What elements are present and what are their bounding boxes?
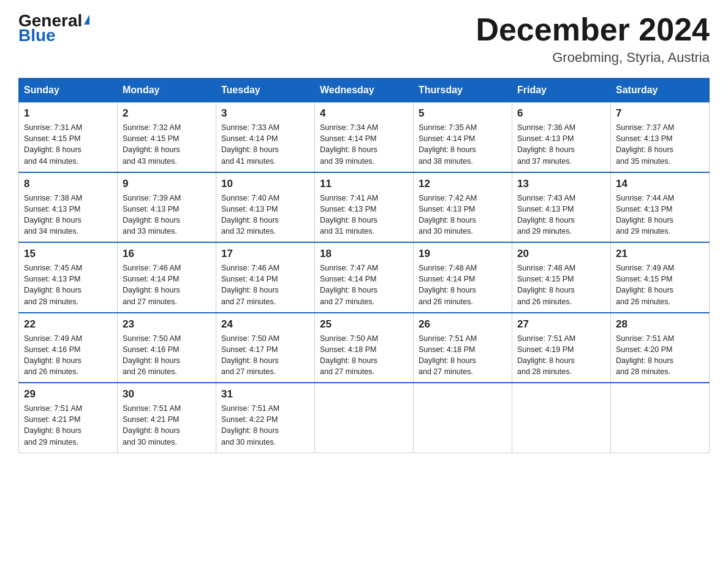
day-info: Sunrise: 7:35 AMSunset: 4:14 PMDaylight:… xyxy=(419,122,507,167)
day-number: 18 xyxy=(320,248,408,260)
day-info: Sunrise: 7:50 AMSunset: 4:18 PMDaylight:… xyxy=(320,333,408,378)
day-cell-7: 7Sunrise: 7:37 AMSunset: 4:13 PMDaylight… xyxy=(611,102,710,172)
day-info: Sunrise: 7:51 AMSunset: 4:22 PMDaylight:… xyxy=(221,403,309,448)
day-cell-13: 13Sunrise: 7:43 AMSunset: 4:13 PMDayligh… xyxy=(512,172,611,243)
day-cell-21: 21Sunrise: 7:49 AMSunset: 4:15 PMDayligh… xyxy=(611,242,710,313)
day-cell-29: 29Sunrise: 7:51 AMSunset: 4:21 PMDayligh… xyxy=(19,383,118,453)
day-number: 2 xyxy=(123,107,211,120)
week-row-2: 8Sunrise: 7:38 AMSunset: 4:13 PMDaylight… xyxy=(19,172,710,243)
day-cell-2: 2Sunrise: 7:32 AMSunset: 4:15 PMDaylight… xyxy=(118,102,216,172)
day-info: Sunrise: 7:42 AMSunset: 4:13 PMDaylight:… xyxy=(419,193,507,237)
week-row-5: 29Sunrise: 7:51 AMSunset: 4:21 PMDayligh… xyxy=(19,383,710,453)
day-number: 9 xyxy=(123,178,211,190)
header-monday: Monday xyxy=(118,79,216,102)
day-cell-14: 14Sunrise: 7:44 AMSunset: 4:13 PMDayligh… xyxy=(611,172,710,243)
empty-cell xyxy=(611,383,710,453)
day-number: 29 xyxy=(24,388,112,400)
day-number: 4 xyxy=(320,107,408,120)
day-number: 10 xyxy=(221,178,309,190)
day-number: 26 xyxy=(419,318,507,331)
day-info: Sunrise: 7:49 AMSunset: 4:15 PMDaylight:… xyxy=(616,262,704,307)
day-cell-12: 12Sunrise: 7:42 AMSunset: 4:13 PMDayligh… xyxy=(414,172,512,243)
day-number: 21 xyxy=(616,248,704,260)
day-cell-22: 22Sunrise: 7:49 AMSunset: 4:16 PMDayligh… xyxy=(19,313,118,383)
day-number: 5 xyxy=(419,107,507,120)
day-number: 23 xyxy=(123,318,211,331)
logo-blue: Blue xyxy=(18,27,89,44)
logo: General Blue xyxy=(18,12,89,44)
day-cell-28: 28Sunrise: 7:51 AMSunset: 4:20 PMDayligh… xyxy=(611,313,710,383)
empty-cell xyxy=(315,383,414,453)
day-cell-11: 11Sunrise: 7:41 AMSunset: 4:13 PMDayligh… xyxy=(315,172,414,243)
day-number: 1 xyxy=(24,107,112,120)
day-cell-27: 27Sunrise: 7:51 AMSunset: 4:19 PMDayligh… xyxy=(512,313,611,383)
day-cell-30: 30Sunrise: 7:51 AMSunset: 4:21 PMDayligh… xyxy=(118,383,216,453)
day-number: 27 xyxy=(517,318,605,331)
day-info: Sunrise: 7:31 AMSunset: 4:15 PMDaylight:… xyxy=(24,122,112,167)
day-number: 16 xyxy=(123,248,211,260)
day-cell-26: 26Sunrise: 7:51 AMSunset: 4:18 PMDayligh… xyxy=(414,313,512,383)
day-info: Sunrise: 7:51 AMSunset: 4:20 PMDaylight:… xyxy=(616,333,704,378)
day-cell-3: 3Sunrise: 7:33 AMSunset: 4:14 PMDaylight… xyxy=(216,102,315,172)
day-info: Sunrise: 7:48 AMSunset: 4:14 PMDaylight:… xyxy=(419,262,507,307)
day-info: Sunrise: 7:47 AMSunset: 4:14 PMDaylight:… xyxy=(320,262,408,307)
location: Groebming, Styria, Austria xyxy=(476,50,710,66)
day-cell-6: 6Sunrise: 7:36 AMSunset: 4:13 PMDaylight… xyxy=(512,102,611,172)
day-number: 12 xyxy=(419,178,507,190)
header-saturday: Saturday xyxy=(611,79,710,102)
day-info: Sunrise: 7:40 AMSunset: 4:13 PMDaylight:… xyxy=(221,193,309,237)
day-info: Sunrise: 7:51 AMSunset: 4:21 PMDaylight:… xyxy=(123,403,211,448)
day-number: 30 xyxy=(123,388,211,400)
day-cell-8: 8Sunrise: 7:38 AMSunset: 4:13 PMDaylight… xyxy=(19,172,118,243)
day-cell-1: 1Sunrise: 7:31 AMSunset: 4:15 PMDaylight… xyxy=(19,102,118,172)
day-cell-19: 19Sunrise: 7:48 AMSunset: 4:14 PMDayligh… xyxy=(414,242,512,313)
day-info: Sunrise: 7:43 AMSunset: 4:13 PMDaylight:… xyxy=(517,193,605,237)
day-info: Sunrise: 7:45 AMSunset: 4:13 PMDaylight:… xyxy=(24,262,112,307)
day-cell-16: 16Sunrise: 7:46 AMSunset: 4:14 PMDayligh… xyxy=(118,242,216,313)
header-sunday: Sunday xyxy=(19,79,118,102)
day-number: 28 xyxy=(616,318,704,331)
logo-triangle-icon xyxy=(84,15,89,25)
day-cell-15: 15Sunrise: 7:45 AMSunset: 4:13 PMDayligh… xyxy=(19,242,118,313)
day-cell-17: 17Sunrise: 7:46 AMSunset: 4:14 PMDayligh… xyxy=(216,242,315,313)
day-cell-23: 23Sunrise: 7:50 AMSunset: 4:16 PMDayligh… xyxy=(118,313,216,383)
day-cell-4: 4Sunrise: 7:34 AMSunset: 4:14 PMDaylight… xyxy=(315,102,414,172)
day-info: Sunrise: 7:51 AMSunset: 4:19 PMDaylight:… xyxy=(517,333,605,378)
header-row: SundayMondayTuesdayWednesdayThursdayFrid… xyxy=(19,79,710,102)
day-info: Sunrise: 7:44 AMSunset: 4:13 PMDaylight:… xyxy=(616,193,704,237)
day-number: 20 xyxy=(517,248,605,260)
day-number: 13 xyxy=(517,178,605,190)
header-tuesday: Tuesday xyxy=(216,79,315,102)
week-row-3: 15Sunrise: 7:45 AMSunset: 4:13 PMDayligh… xyxy=(19,242,710,313)
day-number: 3 xyxy=(221,107,309,120)
header-thursday: Thursday xyxy=(414,79,512,102)
day-number: 25 xyxy=(320,318,408,331)
calendar-table: SundayMondayTuesdayWednesdayThursdayFrid… xyxy=(18,78,710,453)
day-cell-24: 24Sunrise: 7:50 AMSunset: 4:17 PMDayligh… xyxy=(216,313,315,383)
day-info: Sunrise: 7:46 AMSunset: 4:14 PMDaylight:… xyxy=(221,262,309,307)
day-number: 31 xyxy=(221,388,309,400)
day-info: Sunrise: 7:50 AMSunset: 4:17 PMDaylight:… xyxy=(221,333,309,378)
day-info: Sunrise: 7:48 AMSunset: 4:15 PMDaylight:… xyxy=(517,262,605,307)
day-number: 15 xyxy=(24,248,112,260)
day-info: Sunrise: 7:33 AMSunset: 4:14 PMDaylight:… xyxy=(221,122,309,167)
day-cell-10: 10Sunrise: 7:40 AMSunset: 4:13 PMDayligh… xyxy=(216,172,315,243)
day-info: Sunrise: 7:32 AMSunset: 4:15 PMDaylight:… xyxy=(123,122,211,167)
day-info: Sunrise: 7:51 AMSunset: 4:18 PMDaylight:… xyxy=(419,333,507,378)
day-info: Sunrise: 7:49 AMSunset: 4:16 PMDaylight:… xyxy=(24,333,112,378)
day-number: 14 xyxy=(616,178,704,190)
day-number: 17 xyxy=(221,248,309,260)
page-header: General Blue December 2024 Groebming, St… xyxy=(18,12,710,66)
day-cell-5: 5Sunrise: 7:35 AMSunset: 4:14 PMDaylight… xyxy=(414,102,512,172)
day-info: Sunrise: 7:46 AMSunset: 4:14 PMDaylight:… xyxy=(123,262,211,307)
day-cell-25: 25Sunrise: 7:50 AMSunset: 4:18 PMDayligh… xyxy=(315,313,414,383)
day-number: 6 xyxy=(517,107,605,120)
day-cell-18: 18Sunrise: 7:47 AMSunset: 4:14 PMDayligh… xyxy=(315,242,414,313)
month-title: December 2024 xyxy=(476,12,710,47)
day-info: Sunrise: 7:36 AMSunset: 4:13 PMDaylight:… xyxy=(517,122,605,167)
day-cell-9: 9Sunrise: 7:39 AMSunset: 4:13 PMDaylight… xyxy=(118,172,216,243)
header-friday: Friday xyxy=(512,79,611,102)
day-number: 7 xyxy=(616,107,704,120)
week-row-1: 1Sunrise: 7:31 AMSunset: 4:15 PMDaylight… xyxy=(19,102,710,172)
empty-cell xyxy=(512,383,611,453)
